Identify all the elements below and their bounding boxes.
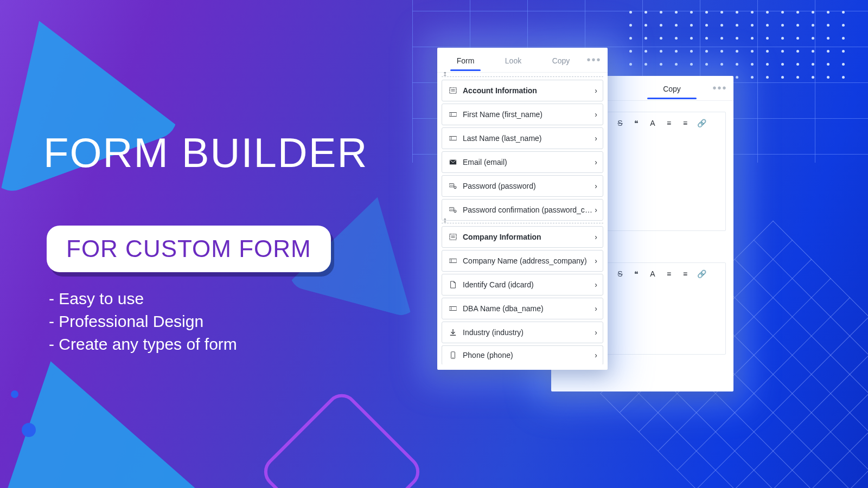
field-label: Email (email) [463,158,595,166]
tabs: Form Look Copy ••• [437,48,608,73]
chevron-right-icon: › [595,110,597,119]
bullet-item: - Professional Design [49,310,237,333]
field-item[interactable]: Company Name (address_company) › [442,250,603,272]
chevron-right-icon: › [595,351,597,359]
field-item[interactable]: Phone (phone) › [442,345,603,365]
svg-point-9 [450,185,451,185]
svg-rect-5 [449,137,457,140]
field-item[interactable]: DBA Name (dba_name) › [442,298,603,319]
svg-point-11 [452,185,453,185]
field-item[interactable]: Email (email) › [442,151,603,173]
svg-point-10 [451,185,452,185]
quote-icon[interactable]: ❝ [631,118,642,129]
chevron-right-icon: › [595,256,597,265]
chevron-right-icon: › [595,304,597,313]
field-label: DBA Name (dba_name) [463,304,595,313]
section-separator [442,223,603,223]
section-header-label: Account Information [463,86,595,95]
field-item[interactable]: Industry (industry) › [442,322,603,343]
decor-square [257,387,426,488]
field-item[interactable]: Identify Card (idcard) › [442,274,603,296]
more-icon[interactable]: ••• [711,82,729,94]
field-list: Account Information › First Name (first_… [437,73,608,365]
svg-point-17 [452,209,453,209]
chevron-right-icon: › [595,86,597,95]
link-icon[interactable]: 🔗 [696,268,707,279]
file-icon [448,281,458,288]
decor-circle [11,390,18,398]
text-input-icon [448,257,458,265]
section-header[interactable]: Account Information › [442,80,603,101]
svg-rect-23 [449,259,457,263]
tab-copy[interactable]: Copy [537,50,585,70]
quote-icon[interactable]: ❝ [631,268,642,279]
chevron-right-icon: › [595,233,597,241]
phone-icon [448,351,458,359]
indent-icon[interactable]: ≡ [663,268,674,279]
decor-circle [22,423,36,437]
field-item[interactable]: Password (password) › [442,175,603,197]
bullet-item: - Create any types of form [49,333,237,356]
align-icon[interactable]: ≡ [680,268,691,279]
tab-form[interactable]: Form [442,50,489,70]
chevron-right-icon: › [595,328,597,337]
field-label: Phone (phone) [463,351,595,359]
text-input-icon [448,111,458,118]
field-label: Company Name (address_company) [463,256,595,265]
email-icon [448,158,458,166]
field-item[interactable]: Last Name (last_name) › [442,127,603,149]
field-item[interactable]: First Name (first_name) › [442,104,603,125]
more-icon[interactable]: ••• [585,54,603,66]
strikethrough-icon[interactable]: S [615,118,626,129]
svg-rect-20 [450,234,456,240]
svg-rect-0 [450,88,456,94]
svg-point-16 [451,209,452,209]
svg-point-30 [452,357,453,358]
section-header-label: Company Information [463,233,595,241]
bullet-item: - Easy to use [49,287,237,310]
tab-copy[interactable]: Copy [633,78,711,99]
decor-dot-grid [629,11,857,87]
headline: FORM BUILDER [43,129,368,176]
field-label: Last Name (last_name) [463,134,595,143]
password-icon [448,206,458,214]
svg-point-15 [450,209,451,209]
align-icon[interactable]: ≡ [680,118,691,129]
chevron-right-icon: › [595,134,597,143]
chevron-right-icon: › [595,206,597,214]
field-item[interactable]: Password confirmation (password_confirma… [442,199,603,221]
field-label: First Name (first_name) [463,110,595,119]
color-icon[interactable]: A [647,118,658,129]
text-input-icon [448,134,458,142]
strikethrough-icon[interactable]: S [615,268,626,279]
svg-rect-3 [449,113,457,117]
subheadline-pill: FOR CUSTOM FORM [47,226,331,272]
section-header[interactable]: Company Information › [442,226,603,248]
chevron-right-icon: › [595,280,597,289]
tab-look[interactable]: Look [489,50,537,70]
form-builder-panel: Form Look Copy ••• Account Information ›… [437,48,608,370]
indent-icon[interactable]: ≡ [663,118,674,129]
download-icon [448,329,458,336]
field-label: Industry (industry) [463,328,595,337]
link-icon[interactable]: 🔗 [696,118,707,129]
password-icon [448,182,458,190]
text-input-icon [448,305,458,312]
chevron-right-icon: › [595,182,597,190]
svg-rect-25 [449,307,457,311]
section-icon [448,233,458,241]
field-label: Password (password) [463,182,595,190]
section-separator [442,76,603,77]
field-label: Identify Card (idcard) [463,280,595,289]
field-label: Password confirmation (password_confirma… [463,206,595,214]
bullet-list: - Easy to use - Professional Design - Cr… [49,287,237,356]
section-icon [448,87,458,94]
color-icon[interactable]: A [647,268,658,279]
chevron-right-icon: › [595,158,597,166]
